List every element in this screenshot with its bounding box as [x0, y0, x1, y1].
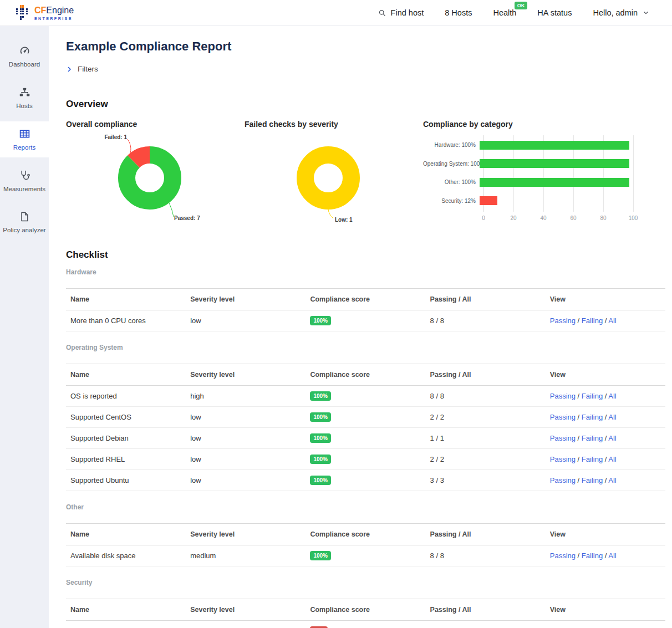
- view-failing-link[interactable]: Failing: [582, 552, 603, 560]
- filters-toggle[interactable]: Filters: [66, 65, 665, 73]
- compliance-score-badge: 100%: [310, 412, 331, 422]
- view-failing-link[interactable]: Failing: [582, 434, 603, 442]
- view-failing-link[interactable]: Failing: [582, 413, 603, 421]
- x-axis-tick: 20: [510, 215, 516, 221]
- passing-all: 2 / 2: [426, 407, 546, 428]
- bar-row: Operating System: 100%: [423, 155, 665, 173]
- checklist-heading: Checklist: [66, 249, 665, 261]
- donut-chart: [245, 131, 423, 237]
- view-link-separator: /: [576, 392, 582, 400]
- view-passing-link[interactable]: Passing: [550, 413, 576, 421]
- overview-heading: Overview: [66, 99, 665, 110]
- chevron-down-icon: [642, 9, 650, 17]
- checklist-group: Operating System NameSeverity levelCompl…: [66, 344, 665, 491]
- health-link[interactable]: Health OK: [493, 8, 516, 17]
- view-failing-link[interactable]: Failing: [582, 455, 603, 463]
- view-link-separator: /: [603, 392, 608, 400]
- severity-level: low: [186, 621, 306, 628]
- view-all-link[interactable]: All: [608, 476, 616, 484]
- bar-category-label: Hardware: 100%: [423, 142, 480, 148]
- view-all-link[interactable]: All: [608, 434, 616, 442]
- view-all-link[interactable]: All: [608, 392, 616, 400]
- view-all-link[interactable]: All: [608, 455, 616, 463]
- compliance-score-cell: 100%: [306, 407, 425, 428]
- sitemap-icon: [19, 86, 30, 98]
- view-passing-link[interactable]: Passing: [550, 476, 576, 484]
- bar-other: [480, 178, 629, 187]
- checklist: Hardware NameSeverity levelCompliance sc…: [66, 268, 665, 628]
- column-header: View: [546, 289, 665, 310]
- checklist-group: Hardware NameSeverity levelCompliance sc…: [66, 268, 665, 331]
- chevron-right-icon: [66, 66, 73, 73]
- severity-level: high: [186, 386, 306, 407]
- filters-label: Filters: [78, 65, 98, 73]
- compliance-by-category-chart: Compliance by category Hardware: 100%Ope…: [423, 120, 665, 237]
- view-links-cell: Passing / Failing / All: [546, 428, 665, 449]
- bar-row: Other: 100%: [423, 173, 665, 192]
- bar-security: [480, 196, 497, 205]
- severity-level: low: [186, 470, 306, 491]
- view-failing-link[interactable]: Failing: [582, 392, 603, 400]
- view-all-link[interactable]: All: [608, 413, 616, 421]
- view-link-separator: /: [603, 476, 608, 484]
- view-link-separator: /: [576, 552, 582, 560]
- donut-callout-low: Low: 1: [335, 217, 353, 223]
- passing-all: 8 / 8: [426, 386, 546, 407]
- checklist-group-title: Operating System: [66, 344, 665, 351]
- view-link-separator: /: [603, 434, 608, 442]
- user-menu[interactable]: Hello, admin: [593, 8, 650, 17]
- bar-chart: Hardware: 100%Operating System: 100%Othe…: [423, 131, 665, 237]
- column-header: Compliance score: [306, 289, 425, 310]
- view-failing-link[interactable]: Failing: [582, 476, 603, 484]
- gauge-icon: [19, 45, 30, 57]
- checklist-group: Other NameSeverity levelCompliance score…: [66, 503, 665, 566]
- column-header: Name: [66, 289, 186, 310]
- view-passing-link[interactable]: Passing: [550, 455, 576, 463]
- chart-title: Compliance by category: [423, 120, 665, 129]
- view-passing-link[interactable]: Passing: [550, 434, 576, 442]
- severity-level: low: [186, 449, 306, 470]
- table-row: Supported CentOSlow100%2 / 2Passing / Fa…: [66, 407, 665, 428]
- x-axis-tick: 100: [629, 215, 638, 221]
- view-all-link[interactable]: All: [608, 552, 616, 560]
- view-passing-link[interactable]: Passing: [550, 552, 576, 560]
- check-name: Supported Debian: [66, 428, 186, 449]
- compliance-score-cell: 100%: [306, 470, 425, 491]
- hosts-count-link[interactable]: 8 Hosts: [445, 8, 472, 17]
- table-row: Available disk spacemedium100%8 / 8Passi…: [66, 545, 665, 566]
- view-links-cell: Passing / Failing / All: [546, 621, 665, 628]
- sidebar-item-dashboard[interactable]: Dashboard: [0, 38, 49, 74]
- sidebar-item-hosts[interactable]: Hosts: [0, 80, 49, 116]
- callout-connector: [169, 203, 174, 217]
- sidebar-item-reports[interactable]: Reports: [0, 121, 49, 157]
- check-name: More than 0 CPU cores: [66, 310, 186, 331]
- table-header-row: NameSeverity levelCompliance scorePassin…: [66, 289, 665, 310]
- view-links-cell: Passing / Failing / All: [546, 470, 665, 491]
- view-failing-link[interactable]: Failing: [582, 316, 603, 325]
- find-host-search[interactable]: Find host: [378, 8, 424, 17]
- view-link-separator: /: [603, 316, 608, 325]
- donut-callout-passed: Passed: 7: [174, 215, 200, 221]
- view-all-link[interactable]: All: [608, 316, 616, 325]
- column-header: Severity level: [186, 599, 306, 621]
- view-link-separator: /: [576, 316, 582, 325]
- view-passing-link[interactable]: Passing: [550, 316, 576, 325]
- checklist-group: Security NameSeverity levelCompliance sc…: [66, 579, 665, 628]
- main-content: Example Compliance Report Filters Overvi…: [49, 26, 672, 628]
- health-ok-badge: OK: [515, 2, 528, 9]
- view-passing-link[interactable]: Passing: [550, 392, 576, 400]
- sidebar-item-measurements[interactable]: Measurements: [0, 163, 49, 199]
- table-row: Supported Debianlow100%1 / 1Passing / Fa…: [66, 428, 665, 449]
- column-header: View: [546, 364, 665, 386]
- sidebar-item-policy-analyzer[interactable]: Policy analyzer: [0, 205, 49, 240]
- compliance-score-cell: 12%: [306, 621, 425, 628]
- table-row: Packages should be updatedlow12%1 / 8Pas…: [66, 621, 665, 628]
- ha-status-link[interactable]: HA status: [537, 8, 572, 17]
- passing-all: 1 / 1: [426, 428, 546, 449]
- cfengine-logo[interactable]: CFEngine ENTERPRISE: [16, 4, 74, 21]
- bar-category-label: Security: 12%: [423, 198, 480, 204]
- compliance-score-cell: 100%: [306, 449, 425, 470]
- column-header: View: [546, 524, 665, 545]
- callout-connector: [328, 210, 333, 218]
- compliance-score-badge: 100%: [310, 391, 331, 401]
